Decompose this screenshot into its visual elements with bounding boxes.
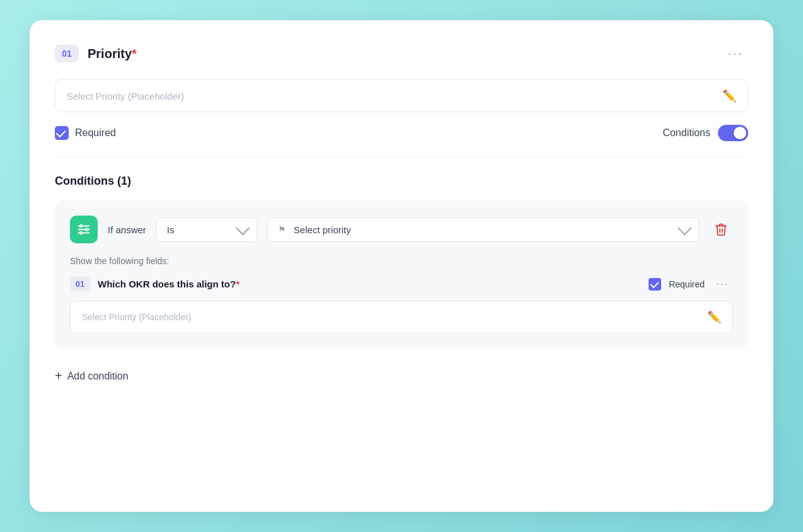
show-fields-label: Show the following fields: xyxy=(70,256,733,266)
field-title: Priority* xyxy=(88,47,137,61)
divider xyxy=(55,156,748,157)
required-left: Required xyxy=(55,126,116,140)
field-number-badge: 01 xyxy=(55,45,79,62)
if-answer-label: If answer xyxy=(108,224,146,235)
chevron-down-icon xyxy=(236,221,250,236)
condition-row: If answer Is ⚑ Select priority xyxy=(70,216,733,243)
required-star: * xyxy=(132,47,137,61)
sub-required-label: Required xyxy=(669,279,705,289)
conditions-title: Conditions (1) xyxy=(55,175,748,188)
conditions-right: Conditions xyxy=(662,125,748,141)
more-options-button[interactable]: ··· xyxy=(723,43,748,64)
add-condition-button[interactable]: + Add condition xyxy=(55,364,129,388)
svg-point-0 xyxy=(80,225,83,228)
condition-block: If answer Is ⚑ Select priority xyxy=(55,200,748,349)
filter-icon xyxy=(77,223,91,236)
add-condition-label: Add condition xyxy=(67,371,129,382)
sub-field: 01 Which OKR does this align to?* Requir… xyxy=(70,276,733,292)
field-header-left: 01 Priority* xyxy=(55,45,137,62)
sub-placeholder-input[interactable]: Select Priority (Placeholder) ✏️ xyxy=(70,301,733,333)
chevron-down-icon-priority xyxy=(678,221,692,236)
sub-placeholder-text: Select Priority (Placeholder) xyxy=(82,312,707,322)
field-header: 01 Priority* ··· xyxy=(55,43,748,64)
trash-icon xyxy=(714,223,728,236)
placeholder-input-text: Select Priority (Placeholder) xyxy=(67,91,722,101)
svg-point-1 xyxy=(86,228,88,231)
main-card: 01 Priority* ··· Select Priority (Placeh… xyxy=(30,20,773,512)
placeholder-input[interactable]: Select Priority (Placeholder) ✏️ xyxy=(55,79,748,112)
priority-dropdown[interactable]: ⚑ Select priority xyxy=(267,217,699,242)
required-checkbox[interactable] xyxy=(55,126,69,140)
is-dropdown[interactable]: Is xyxy=(156,217,257,242)
flag-icon: ⚑ xyxy=(278,224,286,234)
is-dropdown-value: Is xyxy=(167,224,175,235)
sub-required-checkbox[interactable] xyxy=(649,278,661,291)
sub-more-options-button[interactable]: ··· xyxy=(712,276,733,292)
conditions-section: Conditions (1) xyxy=(55,175,748,388)
required-row: Required Conditions xyxy=(55,125,748,141)
conditions-label: Conditions xyxy=(662,127,710,139)
sub-field-title: Which OKR does this align to?* xyxy=(98,279,641,289)
edit-icon[interactable]: ✏️ xyxy=(722,89,736,103)
plus-icon: + xyxy=(55,369,62,383)
required-label: Required xyxy=(75,127,116,139)
svg-point-2 xyxy=(80,232,83,234)
sub-field-number: 01 xyxy=(70,277,90,291)
sub-required-star: * xyxy=(236,279,240,289)
priority-dropdown-inner: ⚑ Select priority xyxy=(278,224,351,235)
conditions-toggle[interactable] xyxy=(718,125,748,141)
sub-edit-icon[interactable]: ✏️ xyxy=(707,310,721,324)
filter-icon-btn xyxy=(70,216,98,243)
delete-condition-button[interactable] xyxy=(709,217,733,241)
priority-dropdown-value: Select priority xyxy=(294,224,351,235)
